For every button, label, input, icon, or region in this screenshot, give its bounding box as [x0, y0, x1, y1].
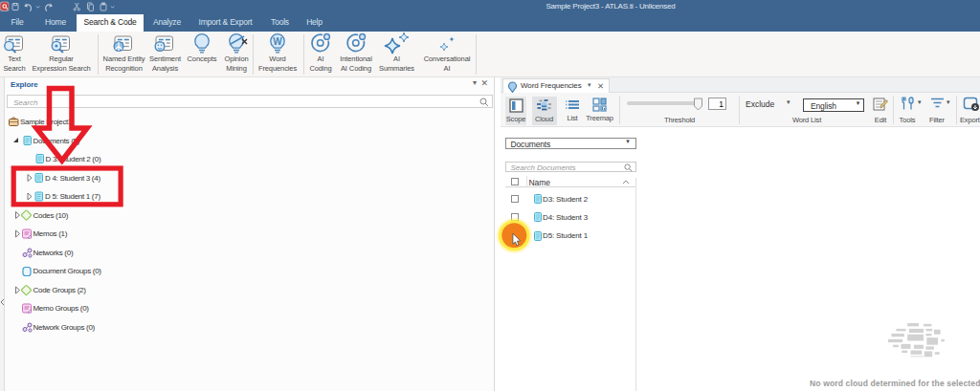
svg-text:W: W: [273, 36, 282, 47]
